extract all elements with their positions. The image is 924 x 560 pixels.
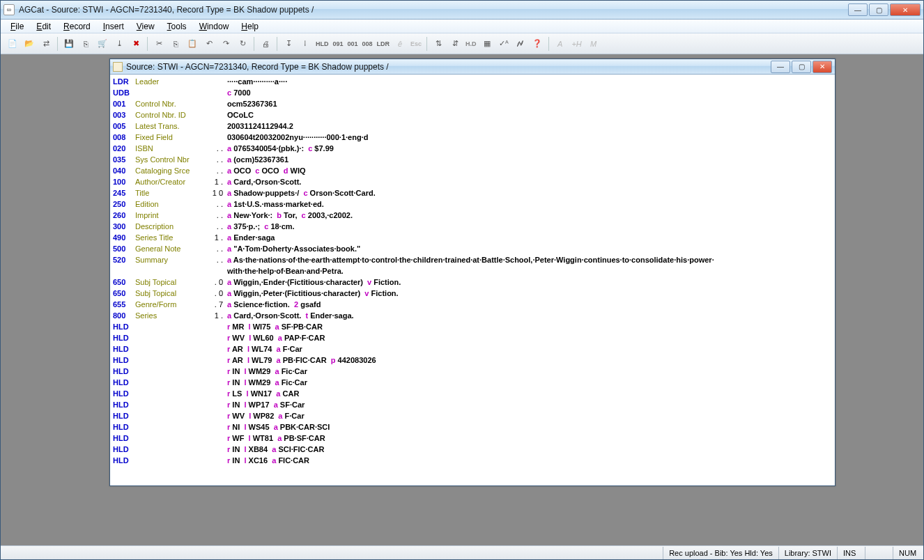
marc-field-650[interactable]: 650Subj Topical. 0a Wiggin,·Ender·(Ficti… (113, 277, 832, 288)
field-data[interactable]: OCoLC (227, 109, 832, 120)
document-titlebar[interactable]: Source: STWI - AGCN=7231340, Record Type… (110, 59, 835, 75)
diacritic-icon[interactable]: ê (392, 36, 408, 52)
close-button[interactable]: ✕ (890, 3, 921, 16)
field-data[interactable]: r NI l WS45 a PBK·CAR·SCI (227, 421, 832, 433)
field-data[interactable]: a Card,·Orson·Scott. (227, 176, 832, 187)
maximize-button[interactable]: ▢ (869, 3, 888, 16)
delete-icon[interactable]: ✖ (128, 36, 144, 52)
marc-icon[interactable]: ▦ (479, 36, 495, 52)
field-data[interactable]: a Shadow·puppets·/ c Orson·Scott·Card. (227, 187, 832, 199)
field-data[interactable]: r IN l XC16 a FIC·CAR (227, 455, 832, 466)
link-icon[interactable]: ⇄ (38, 36, 54, 52)
field-data[interactable]: a Card,·Orson·Scott. t Ender·saga. (227, 310, 832, 321)
marc-field-008[interactable]: 008Fixed Field030604t20032002nyu········… (113, 132, 832, 143)
marc-field-HLD[interactable]: HLDr AR l WL79 a PB·FIC·CAR p 442083026 (113, 355, 832, 366)
doc-minimize-button[interactable]: — (771, 61, 790, 73)
marc-field-655[interactable]: 655Genre/Form. 7a Science·fiction. 2 gsa… (113, 299, 832, 310)
marc-field-800[interactable]: 800Series1 .a Card,·Orson·Scott. t Ender… (113, 310, 832, 321)
new-icon[interactable]: 📄 (5, 36, 20, 52)
doc-close-button[interactable]: ✕ (813, 61, 832, 73)
cut-icon[interactable]: ✂ (151, 36, 167, 52)
marc-field-001[interactable]: 001Control Nbr.ocm52367361 (113, 98, 832, 109)
titlebar[interactable]: ∞ AGCat - Source: STWI - AGCN=7231340, R… (1, 1, 923, 20)
field-data[interactable]: r WV l WL60 a PAP·F·CAR (227, 332, 832, 343)
ldr-button[interactable]: LDR (376, 40, 392, 47)
field-data[interactable]: 20031124112944.2 (227, 120, 832, 132)
minimize-button[interactable]: — (848, 3, 868, 16)
marc-field-020[interactable]: 020ISBN. .a 0765340054·(pbk.)·: c $7.99 (113, 143, 832, 154)
field-data[interactable]: a New·York·: b Tor, c 2003,·c2002. (227, 210, 832, 221)
spellcheck-icon[interactable]: ✓ᴬ (496, 36, 511, 52)
marc-field-HLD[interactable]: HLDr WF l WT81 a PB·SF·CAR (113, 433, 832, 444)
marc-field-650[interactable]: 650Subj Topical. 0a Wiggin,·Peter·(Ficti… (113, 288, 832, 299)
hld-sort-button[interactable]: H.D (464, 40, 478, 47)
field-data[interactable]: ·····cam··········a···· (227, 76, 832, 87)
field-data[interactable]: a OCO c OCO d WIQ (227, 165, 832, 176)
validate-icon[interactable]: 🗲 (513, 36, 528, 52)
field-data[interactable]: r IN l WP17 a SF·Car (227, 399, 832, 410)
marc-field-520-cont[interactable]: with·the·help·of·Bean·and·Petra. (113, 265, 832, 277)
marc-field-035[interactable]: 035Sys Control Nbr. .a (ocm)52367361 (113, 154, 832, 165)
marc-field-490[interactable]: 490Series Title1 .a Ender·saga (113, 232, 832, 243)
marc-field-HLD[interactable]: HLDr IN l WP17 a SF·Car (113, 399, 832, 410)
marc-field-HLD[interactable]: HLDr WV l WL60 a PAP·F·CAR (113, 332, 832, 343)
field-data[interactable]: 030604t20032002nyu···········000·1·eng·d (227, 132, 832, 143)
field-down-icon[interactable]: ↧ (281, 36, 296, 52)
field-data[interactable]: r WF l WT81 a PB·SF·CAR (227, 433, 832, 444)
redo2-icon[interactable]: ↻ (235, 36, 250, 52)
record-editor[interactable]: LDRLeader·····cam··········a····UDBc 700… (110, 75, 835, 485)
print-icon[interactable]: 🖨 (258, 36, 273, 52)
undo-icon[interactable]: ↶ (201, 36, 217, 52)
field-data[interactable]: a 375·p.·; c 18·cm. (227, 221, 832, 232)
field-marker-icon[interactable]: ⁞ (298, 36, 313, 52)
redo-icon[interactable]: ↷ (218, 36, 233, 52)
marc-field-HLD[interactable]: HLDr IN l XB84 a SCI·FIC·CAR (113, 444, 832, 455)
menu-edit[interactable]: Edit (31, 20, 56, 33)
copy-record-icon[interactable]: ⎘ (78, 36, 93, 52)
marc-field-520[interactable]: 520Summary. .a As·the·nations·of·the·ear… (113, 254, 832, 265)
marc-field-HLD[interactable]: HLDr IN l WM29 a Fic·Car (113, 366, 832, 377)
marc-field-HLD[interactable]: HLDr LS l WN17 a CAR (113, 388, 832, 399)
marc-field-HLD[interactable]: HLDr IN l XC16 a FIC·CAR (113, 455, 832, 466)
field-data[interactable]: r LS l WN17 a CAR (227, 388, 832, 399)
marc-field-250[interactable]: 250Edition. .a 1st·U.S.·mass·market·ed. (113, 199, 832, 210)
menu-tools[interactable]: Tools (162, 20, 192, 33)
field-data[interactable]: r AR l WL79 a PB·FIC·CAR p 442083026 (227, 355, 832, 366)
esc-button[interactable]: Esc (409, 40, 423, 47)
menu-help[interactable]: Help (236, 20, 264, 33)
field-data[interactable]: a Ender·saga (227, 232, 832, 243)
marc-field-245[interactable]: 245Title1 0a Shadow·puppets·/ c Orson·Sc… (113, 187, 832, 199)
field-data[interactable]: r MR l WI75 a SF·PB·CAR (227, 321, 832, 332)
field-data[interactable]: ocm52367361 (227, 98, 832, 109)
marc-field-HLD[interactable]: HLDr WV l WP82 a F·Car (113, 410, 832, 421)
marc-field-040[interactable]: 040Cataloging Srce. .a OCO c OCO d WIQ (113, 165, 832, 176)
field-data[interactable]: r IN l WM29 a Fic·Car (227, 377, 832, 388)
basket-icon[interactable]: 🛒 (95, 36, 110, 52)
menu-file[interactable]: File (5, 20, 29, 33)
menu-window[interactable]: Window (194, 20, 235, 33)
field-data[interactable]: a Wiggin,·Peter·(Fictitious·character) v… (227, 288, 832, 299)
field-data[interactable]: a Science·fiction. 2 gsafd (227, 299, 832, 310)
paste-icon[interactable]: 📋 (185, 36, 200, 52)
marc-field-HLD[interactable]: HLDr IN l WM29 a Fic·Car (113, 377, 832, 388)
menu-record[interactable]: Record (58, 20, 96, 33)
marc-field-003[interactable]: 003Control Nbr. IDOCoLC (113, 109, 832, 120)
help-icon[interactable]: ❓ (530, 36, 545, 52)
marc-field-100[interactable]: 100Author/Creator1 .a Card,·Orson·Scott. (113, 176, 832, 187)
field-data[interactable]: a 0765340054·(pbk.)·: c $7.99 (227, 143, 832, 154)
menu-view[interactable]: View (131, 20, 160, 33)
marc-field-500[interactable]: 500General Note. .a "A·Tom·Doherty·Assoc… (113, 243, 832, 254)
marc-field-005[interactable]: 005Latest Trans.20031124112944.2 (113, 120, 832, 132)
menu-insert[interactable]: Insert (98, 20, 130, 33)
copy-icon[interactable]: ⎘ (168, 36, 183, 52)
field-data[interactable]: a As·the·nations·of·the·earth·attempt·to… (227, 254, 832, 265)
sort-desc-icon[interactable]: ⇵ (447, 36, 463, 52)
marc-field-HLD[interactable]: HLDr MR l WI75 a SF·PB·CAR (113, 321, 832, 332)
marc-field-LDR[interactable]: LDRLeader·····cam··········a···· (113, 76, 832, 87)
export-icon[interactable]: ⤓ (111, 36, 127, 52)
field-data[interactable]: r WV l WP82 a F·Car (227, 410, 832, 421)
open-icon[interactable]: 📂 (22, 36, 37, 52)
doc-maximize-button[interactable]: ▢ (792, 61, 811, 73)
marc-field-UDB[interactable]: UDBc 7000 (113, 87, 832, 98)
hld-button[interactable]: HLD (314, 40, 330, 47)
